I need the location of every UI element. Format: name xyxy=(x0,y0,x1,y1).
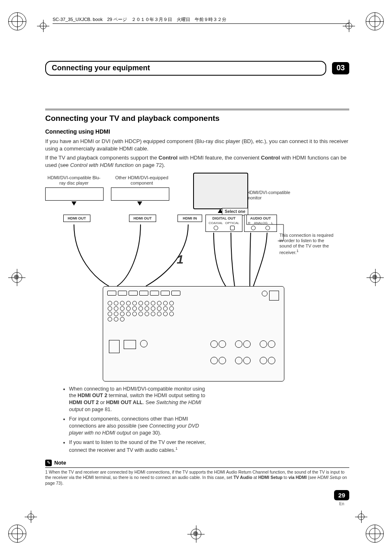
crop-target-icon xyxy=(367,269,384,286)
text: AUDIO OUT xyxy=(246,216,275,221)
accent-bar xyxy=(45,109,349,111)
registration-mark-icon xyxy=(8,12,26,30)
chapter-title: Connecting your equipment xyxy=(45,61,326,75)
footnote: 1 When the TV and receiver are connected… xyxy=(45,469,349,486)
list-item: For input components, connections other … xyxy=(69,416,210,437)
port-digital-out: DIGITAL OUT COAXIAL OPTICAL xyxy=(205,215,242,232)
text: ANALOG xyxy=(254,221,267,225)
text: . See xyxy=(143,400,156,405)
note-label: Note xyxy=(54,459,66,467)
text: COAXIAL xyxy=(209,221,223,225)
text-bold: HDMI Setup xyxy=(258,475,282,480)
text: terminal, switch the HDMI output setting… xyxy=(107,393,205,398)
book-header: SC-37_35_UXJCB. book 29 ページ ２０１０年３月９日 火曜… xyxy=(53,16,349,24)
text: (see xyxy=(307,475,317,480)
text: at xyxy=(252,475,258,480)
text: on page 30). xyxy=(131,430,161,436)
list-item: When connecting to an HDMI/DVI-compatibl… xyxy=(69,386,210,414)
text: on page 72). xyxy=(134,162,165,168)
registration-mark-icon xyxy=(8,525,26,543)
page-number-value: 29 xyxy=(334,490,349,500)
subsection-heading: Connecting using HDMI xyxy=(45,128,349,136)
text-bold: Control xyxy=(159,155,178,161)
text: to xyxy=(282,475,288,480)
crop-target-icon xyxy=(25,511,37,523)
text-bold: TV Audio xyxy=(233,475,252,480)
text: with HDMI feature, the convenient xyxy=(178,155,261,161)
port-hdmi-out: HDMI OUT xyxy=(129,215,156,222)
device-bluray-icon xyxy=(45,187,104,201)
text: If you want to listen to the sound of th… xyxy=(69,439,206,453)
text-bold: HDMI OUT ALL xyxy=(106,400,143,405)
text: DIGITAL OUT xyxy=(208,216,240,221)
chapter-number-badge: 03 xyxy=(332,62,349,74)
port-hdmi-out: HDMI OUT xyxy=(63,215,90,222)
note-heading: ✎ Note xyxy=(45,459,349,468)
text: L xyxy=(271,221,273,225)
connection-diagram: HDMI/DVI-compatible Blu-ray disc player … xyxy=(45,175,341,381)
section-heading: Connecting your TV and playback componen… xyxy=(45,113,349,124)
diagram-label-monitor: HDMI/DVI-compatible monitor xyxy=(247,190,296,201)
text: This connection is required in order to … xyxy=(279,233,333,255)
text-italic: Control with HDMI function xyxy=(70,162,134,168)
paragraph: If the TV and playback components suppor… xyxy=(45,154,349,169)
port-audio-out: AUDIO OUT R ANALOG L xyxy=(244,215,277,232)
note-icon: ✎ xyxy=(45,460,52,466)
device-component-icon xyxy=(111,187,169,201)
diagram-label-bluray: HDMI/DVI-compatible Blu-ray disc player xyxy=(45,175,103,186)
text: OPTICAL xyxy=(225,221,239,225)
callout-number: 1 xyxy=(177,251,184,268)
receiver-back-panel-icon xyxy=(103,286,284,382)
port-hdmi-in: HDMI IN xyxy=(178,215,202,222)
device-tv-icon xyxy=(193,173,248,209)
text-bold: Control xyxy=(261,155,280,161)
crop-target-icon xyxy=(187,525,205,543)
text: on page 81. xyxy=(83,407,112,412)
text-bold: HDMI OUT 2 xyxy=(69,400,99,405)
list-item: If you want to listen to the sound of th… xyxy=(69,439,210,454)
bullet-list: When connecting to an HDMI/DVI-compatibl… xyxy=(45,386,210,454)
paragraph: If you have an HDMI or DVI (with HDCP) e… xyxy=(45,138,349,153)
text-italic: HDMI Setup xyxy=(318,475,341,480)
registration-mark-icon xyxy=(366,12,384,30)
text: or xyxy=(99,400,106,405)
page-language: En xyxy=(334,501,349,507)
text-bold: via HDMI xyxy=(288,475,307,480)
connection-note: This connection is required in order to … xyxy=(279,233,337,255)
registration-mark-icon xyxy=(366,525,384,543)
footnote-ref: 1 xyxy=(297,249,299,253)
text: If the TV and playback components suppor… xyxy=(45,155,159,161)
text-bold: HDMI OUT 2 xyxy=(78,393,107,398)
text: R xyxy=(248,221,250,225)
crop-target-icon xyxy=(355,511,367,523)
arrow-down-icon xyxy=(137,201,142,206)
diagram-label-other: Other HDMI/DVI-equipped component xyxy=(113,175,171,186)
footnote-ref: 1 xyxy=(175,446,178,451)
page-number: 29 En xyxy=(334,490,349,507)
arrow-down-icon xyxy=(71,201,76,206)
crop-target-icon xyxy=(8,269,25,286)
